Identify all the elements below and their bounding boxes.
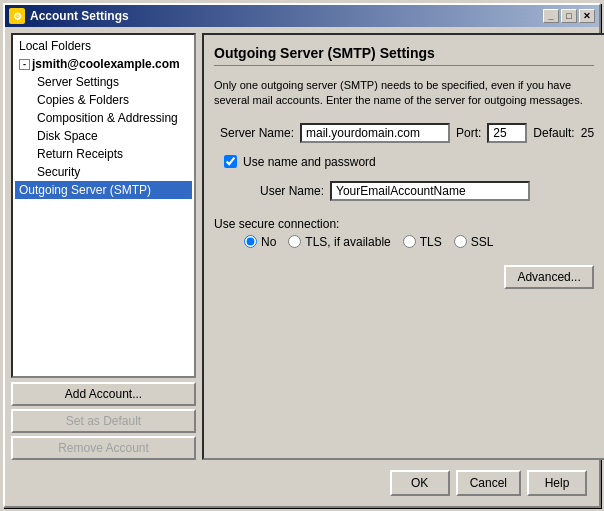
username-row: User Name:: [214, 181, 594, 201]
minimize-button[interactable]: _: [543, 9, 559, 23]
account-tree[interactable]: Local Folders - jsmith@coolexample.com S…: [11, 33, 196, 378]
default-value: 25: [581, 126, 594, 140]
server-name-row: Server Name: Port: Default: 25: [214, 123, 594, 143]
use-password-label: Use name and password: [243, 155, 376, 169]
radio-row: No TLS, if available TLS SSL: [214, 235, 594, 249]
port-input[interactable]: [487, 123, 527, 143]
radio-tls-item: TLS: [403, 235, 442, 249]
expand-icon: -: [19, 59, 30, 70]
sidebar-item-local-folders[interactable]: Local Folders: [15, 37, 192, 55]
jsmith-label: jsmith@coolexample.com: [32, 57, 180, 71]
set-as-default-button[interactable]: Set as Default: [11, 409, 196, 433]
radio-tls-available[interactable]: [288, 235, 301, 248]
radio-tls[interactable]: [403, 235, 416, 248]
window-icon: ⚙: [9, 8, 25, 24]
maximize-button[interactable]: □: [561, 9, 577, 23]
sidebar-item-return-receipts[interactable]: Return Receipts: [15, 145, 192, 163]
title-bar-title: ⚙ Account Settings: [9, 8, 129, 24]
secure-section: Use secure connection: No TLS, if availa…: [214, 217, 594, 249]
security-label: Security: [37, 165, 80, 179]
info-text: Only one outgoing server (SMTP) needs to…: [214, 78, 594, 109]
use-password-checkbox[interactable]: [224, 155, 237, 168]
left-buttons: Add Account... Set as Default Remove Acc…: [11, 382, 196, 460]
port-label: Port:: [456, 126, 481, 140]
radio-ssl-label: SSL: [471, 235, 494, 249]
bottom-bar: OK Cancel Help: [11, 466, 593, 500]
right-panel: Outgoing Server (SMTP) Settings Only one…: [202, 33, 604, 460]
window-content: Local Folders - jsmith@coolexample.com S…: [5, 27, 599, 506]
radio-no[interactable]: [244, 235, 257, 248]
default-label: Default:: [533, 126, 574, 140]
sidebar-item-disk-space[interactable]: Disk Space: [15, 127, 192, 145]
ok-button[interactable]: OK: [390, 470, 450, 496]
username-input[interactable]: [330, 181, 530, 201]
sidebar-item-security[interactable]: Security: [15, 163, 192, 181]
local-folders-label: Local Folders: [19, 39, 91, 53]
return-receipts-label: Return Receipts: [37, 147, 123, 161]
copies-folders-label: Copies & Folders: [37, 93, 129, 107]
advanced-button[interactable]: Advanced...: [504, 265, 594, 289]
sidebar-item-server-settings[interactable]: Server Settings: [15, 73, 192, 91]
outgoing-server-label: Outgoing Server (SMTP): [19, 183, 151, 197]
add-account-button[interactable]: Add Account...: [11, 382, 196, 406]
title-bar: ⚙ Account Settings _ □ ✕: [5, 5, 599, 27]
sidebar-item-jsmith[interactable]: - jsmith@coolexample.com: [15, 55, 192, 73]
composition-addressing-label: Composition & Addressing: [37, 111, 178, 125]
account-settings-window: ⚙ Account Settings _ □ ✕ Local Folders -: [3, 3, 601, 508]
title-bar-buttons: _ □ ✕: [543, 9, 595, 23]
server-settings-label: Server Settings: [37, 75, 119, 89]
radio-no-item: No: [244, 235, 276, 249]
radio-tls-available-label: TLS, if available: [305, 235, 390, 249]
sidebar-item-composition-addressing[interactable]: Composition & Addressing: [15, 109, 192, 127]
help-button[interactable]: Help: [527, 470, 587, 496]
disk-space-label: Disk Space: [37, 129, 98, 143]
sidebar-item-copies-folders[interactable]: Copies & Folders: [15, 91, 192, 109]
use-password-row: Use name and password: [214, 155, 594, 169]
username-label: User Name:: [244, 184, 324, 198]
main-area: Local Folders - jsmith@coolexample.com S…: [11, 33, 593, 460]
left-panel: Local Folders - jsmith@coolexample.com S…: [11, 33, 196, 460]
secure-connection-label: Use secure connection:: [214, 217, 594, 231]
sidebar-item-outgoing-server[interactable]: Outgoing Server (SMTP): [15, 181, 192, 199]
cancel-button[interactable]: Cancel: [456, 470, 521, 496]
advanced-row: Advanced...: [214, 265, 594, 289]
radio-tls-available-item: TLS, if available: [288, 235, 390, 249]
remove-account-button[interactable]: Remove Account: [11, 436, 196, 460]
radio-tls-label: TLS: [420, 235, 442, 249]
close-button[interactable]: ✕: [579, 9, 595, 23]
window-title: Account Settings: [30, 9, 129, 23]
server-name-label: Server Name:: [214, 126, 294, 140]
server-name-input[interactable]: [300, 123, 450, 143]
radio-ssl-item: SSL: [454, 235, 494, 249]
radio-no-label: No: [261, 235, 276, 249]
section-title: Outgoing Server (SMTP) Settings: [214, 45, 594, 66]
radio-ssl[interactable]: [454, 235, 467, 248]
